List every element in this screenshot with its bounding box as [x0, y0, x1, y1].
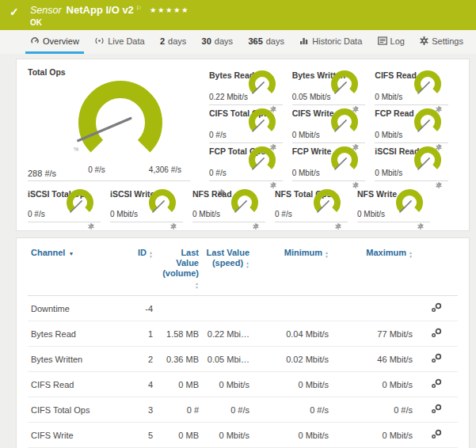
- column-header-maximum[interactable]: Maximum▲▼: [332, 240, 416, 296]
- gauge-value: 0 #/s: [209, 131, 227, 139]
- cell-speed: 0 Mbit/s: [202, 423, 253, 448]
- gauge-arc: [399, 192, 420, 210]
- gauge-value: 0 Mbit/s: [375, 93, 402, 101]
- sensor-type-label: Sensor: [30, 5, 62, 17]
- edit-channel-icon: [431, 429, 443, 439]
- tab-log[interactable]: Log: [373, 30, 409, 54]
- gauge-arc: [334, 74, 355, 91]
- gauge-title: FCP Write: [292, 146, 332, 156]
- cell-channel: Bytes Read: [28, 321, 121, 347]
- sort-icon: ▲▼: [149, 251, 153, 258]
- tab-bar: Overview Live Data2days30days365days His…: [0, 30, 476, 54]
- tab-label: Overview: [43, 36, 79, 46]
- cell-channel: CIFS Write: [28, 423, 121, 448]
- cell-channel: Bytes Written: [28, 347, 121, 372]
- cell-minimum: 0 #/s: [253, 397, 332, 423]
- cell-edit: [416, 347, 458, 372]
- gauge-iscsi-read: iSCSI Read 0 Mbit/s: [375, 143, 448, 181]
- gauge-title: NFS Read: [192, 189, 232, 199]
- gauge-icon: [30, 36, 40, 45]
- tab-365-days[interactable]: 365days: [243, 30, 289, 54]
- gear-icon: [420, 36, 428, 45]
- pin-icon: [88, 223, 94, 230]
- gauge-arc: [252, 112, 272, 129]
- pin-icon: [417, 223, 424, 230]
- tab-2-days[interactable]: 2days: [155, 30, 191, 54]
- gauge-value: 0 Mbit/s: [292, 169, 320, 177]
- gear-icon: [420, 36, 428, 45]
- cell-volume: 0 MB: [156, 372, 202, 397]
- table-row-bytes-read: Bytes Read11.58 MB0.22 Mbi…0.04 Mbit/s77…: [28, 321, 458, 347]
- gauge-fcp-total-ops: FCP Total Ops 0 #/s: [209, 143, 283, 181]
- tab-label: Historic Data: [312, 36, 362, 46]
- table-header-row: Channel▼ID▲▼Last Value (volume)▲▼Last Va…: [28, 240, 458, 296]
- cell-maximum: 77 Mbit/s: [332, 321, 416, 347]
- sort-icon: ▲▼: [195, 282, 199, 289]
- cell-id: 4: [121, 372, 156, 397]
- cell-volume: 0.36 MB: [156, 347, 202, 372]
- cell-maximum: 46 Mbit/s: [332, 347, 416, 372]
- live-icon: [94, 36, 105, 45]
- gauge-arc: [417, 74, 438, 91]
- gauge-value: 0 #/s: [28, 210, 45, 218]
- cell-edit: [416, 397, 458, 423]
- gauge-arc: [334, 112, 355, 129]
- edit-channel-button[interactable]: [431, 404, 443, 414]
- tab-live-data[interactable]: Live Data: [89, 30, 149, 54]
- gauge-value: 0 Mbit/s: [375, 169, 402, 177]
- gauge-value: 0 Mbit/s: [192, 210, 220, 218]
- table-row-downtime: Downtime-4: [28, 296, 458, 321]
- edit-channel-icon: [431, 404, 443, 414]
- sensor-title: NetApp I/O v2: [67, 4, 134, 16]
- gauge-arc: [334, 150, 355, 167]
- edit-channel-icon: [431, 353, 443, 363]
- column-header-last-value[interactable]: Last Value (speed)▲▼: [202, 240, 253, 296]
- gauge-title: NFS Write: [357, 189, 397, 199]
- channels-table: Channel▼ID▲▼Last Value (volume)▲▼Last Va…: [28, 240, 458, 448]
- cell-minimum: 0 Mbit/s: [253, 372, 332, 397]
- edit-channel-button[interactable]: [431, 328, 443, 338]
- gauge-cifs-read: CIFS Read 0 Mbit/s: [375, 67, 448, 105]
- tab-settings[interactable]: Settings: [415, 30, 468, 54]
- cell-id: 3: [121, 397, 156, 423]
- gauge-max-label: 4,306 #/s: [116, 165, 181, 174]
- cell-speed: [202, 296, 253, 321]
- gauge-bytes-read: Bytes Read 0.22 Mbit/s: [209, 67, 283, 105]
- gauge-arc: [317, 192, 337, 210]
- column-header-channel[interactable]: Channel▼: [28, 240, 121, 296]
- priority-stars[interactable]: ★★★★★: [150, 4, 189, 16]
- edit-channel-button[interactable]: [431, 429, 443, 439]
- table-row-bytes-written: Bytes Written20.36 MB0.05 Mbi…0.02 Mbit/…: [28, 347, 458, 372]
- gauge-cifs-total-ops: CIFS Total Ops 0 #/s: [209, 105, 283, 143]
- edit-channel-icon: [431, 328, 443, 338]
- gauge-fcp-read: FCP Read 0 Mbit/s: [375, 105, 448, 143]
- edit-channel-button[interactable]: [431, 353, 443, 363]
- cell-volume: 1.58 MB: [156, 321, 202, 347]
- column-label: Maximum: [366, 248, 406, 257]
- tab-overview[interactable]: Overview: [25, 30, 84, 54]
- table-row-cifs-read: CIFS Read40 MB0 Mbit/s0 Mbit/s0 Mbit/s: [28, 372, 458, 397]
- gauge-title: Total Ops: [28, 67, 66, 77]
- pin-icon: [436, 182, 442, 188]
- column-header-minimum[interactable]: Minimum▲▼: [253, 240, 332, 296]
- sort-icon: ▲▼: [409, 251, 413, 258]
- tab-30-days[interactable]: 30days: [197, 30, 238, 54]
- cell-edit: [416, 321, 458, 347]
- gauge-arc: [234, 192, 255, 210]
- log-icon: [378, 36, 387, 45]
- tab-label: Settings: [432, 36, 463, 46]
- priority-flag-icon[interactable]: ⚐: [136, 2, 142, 14]
- column-header-id[interactable]: ID▲▼: [121, 240, 156, 296]
- column-header-edit: [416, 240, 458, 296]
- sort-icon: ▲▼: [325, 251, 329, 258]
- column-header-last-value[interactable]: Last Value (volume)▲▼: [156, 240, 202, 296]
- tab-historic-data[interactable]: Historic Data: [295, 30, 367, 54]
- gauge-title: FCP Read: [375, 108, 413, 118]
- edit-channel-button[interactable]: [431, 378, 443, 389]
- edit-channel-button[interactable]: [431, 302, 443, 313]
- gauge-fcp-write: FCP Write 0 Mbit/s: [292, 143, 366, 181]
- gauge-value: 0 #/s: [209, 169, 227, 177]
- small-gauges-bottom-row: iSCSI Total Ops 0 #/s iSCSI Write 0 Mbit…: [28, 186, 458, 222]
- tab-label: days: [168, 36, 186, 46]
- gauge-value: 0.22 Mbit/s: [209, 93, 248, 101]
